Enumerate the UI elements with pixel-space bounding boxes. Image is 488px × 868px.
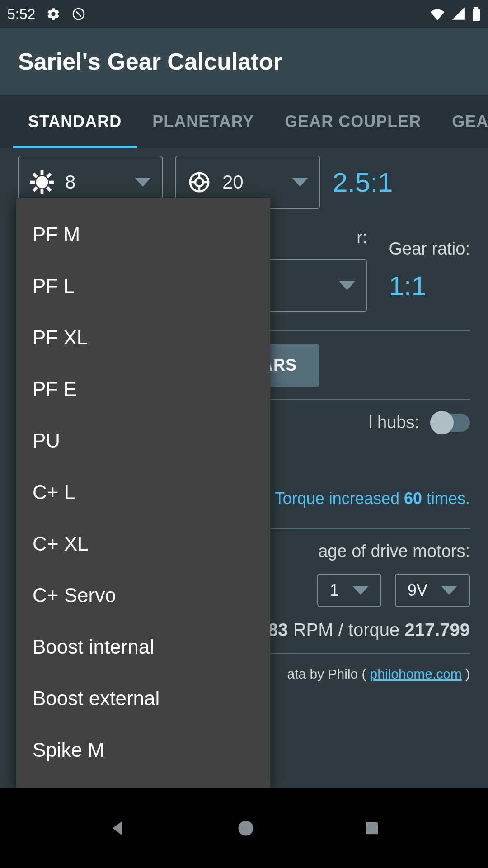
gear-ratio-2: 1:1 xyxy=(389,270,470,302)
chevron-down-icon xyxy=(352,586,369,595)
gear-icon xyxy=(46,7,61,21)
dropdown-item-pf-e[interactable]: PF E xyxy=(16,363,270,415)
tab-bar: STANDARD PLANETARY GEAR COUPLER GEARCYCL… xyxy=(0,95,488,148)
motor-count-select[interactable]: 1 xyxy=(317,574,381,607)
battery-icon xyxy=(472,7,481,21)
drive-motors-label: age of drive motors: xyxy=(318,542,470,561)
no-sync-icon xyxy=(71,7,86,21)
tab-label: GEARCYCLO xyxy=(452,112,488,131)
svg-line-10 xyxy=(47,174,51,177)
svg-line-8 xyxy=(33,174,37,177)
dropdown-item-pf-l[interactable]: PF L xyxy=(16,260,270,312)
follower-gear-value: 20 xyxy=(222,171,281,193)
torque-result-line: Torque increased 60 times. xyxy=(275,489,470,508)
tab-gearcyclo[interactable]: GEARCYCLO xyxy=(436,95,488,148)
svg-rect-1 xyxy=(473,9,480,21)
svg-rect-2 xyxy=(474,7,478,9)
motor-voltage-select[interactable]: 9V xyxy=(395,574,470,607)
gear-ratio-1: 2.5:1 xyxy=(333,167,393,198)
chevron-down-icon xyxy=(339,281,355,290)
chevron-down-icon xyxy=(292,178,308,187)
tab-label: GEAR COUPLER xyxy=(285,112,421,131)
dropdown-item-pf-xl[interactable]: PF XL xyxy=(16,312,270,363)
wifi-icon xyxy=(429,8,446,20)
tab-label: PLANETARY xyxy=(152,112,254,131)
status-time: 5:52 xyxy=(7,6,35,23)
svg-rect-19 xyxy=(366,822,378,835)
dropdown-item-pu[interactable]: PU xyxy=(16,415,270,467)
dropdown-item-spike-m[interactable]: Spike M xyxy=(16,724,270,776)
motor-type-dropdown[interactable]: PF M PF L PF XL PF E PU C+ L C+ XL C+ Se… xyxy=(16,198,270,788)
ring-gear-icon xyxy=(187,170,211,194)
svg-point-13 xyxy=(195,178,203,186)
android-nav-bar xyxy=(0,788,488,868)
spur-gear-icon xyxy=(30,170,54,194)
gear-ratio-label: Gear ratio: xyxy=(389,239,470,259)
chevron-down-icon xyxy=(135,178,151,187)
motor-voltage-value: 9V xyxy=(408,581,427,600)
svg-point-18 xyxy=(239,821,253,836)
nav-home-icon[interactable] xyxy=(236,818,256,838)
cell-signal-icon xyxy=(452,8,465,20)
svg-line-11 xyxy=(33,187,37,191)
dropdown-item-boost-internal[interactable]: Boost internal xyxy=(16,621,270,673)
hubs-toggle[interactable] xyxy=(432,414,470,432)
hubs-label: l hubs: xyxy=(369,413,419,432)
tab-gear-coupler[interactable]: GEAR COUPLER xyxy=(269,95,436,148)
motor-count-value: 1 xyxy=(330,581,339,600)
tab-standard[interactable]: STANDARD xyxy=(13,95,137,148)
driver-gear-value: 8 xyxy=(65,171,124,193)
tab-label: STANDARD xyxy=(28,112,122,131)
dropdown-item-pf-m[interactable]: PF M xyxy=(16,209,270,260)
chevron-down-icon xyxy=(441,586,457,595)
dropdown-item-cplus-xl[interactable]: C+ XL xyxy=(16,518,270,570)
credit-link[interactable]: philohome.com xyxy=(370,666,462,682)
svg-point-3 xyxy=(36,176,48,189)
dropdown-item-cplus-servo[interactable]: C+ Servo xyxy=(16,570,270,621)
app-title-bar: Sariel's Gear Calculator xyxy=(0,28,488,95)
dropdown-item-boost-external[interactable]: Boost external xyxy=(16,673,270,724)
dropdown-item-cplus-l[interactable]: C+ L xyxy=(16,467,270,518)
android-status-bar: 5:52 xyxy=(0,0,488,28)
tab-planetary[interactable]: PLANETARY xyxy=(137,95,269,148)
nav-back-icon[interactable] xyxy=(107,817,129,839)
svg-line-9 xyxy=(47,187,51,191)
app-title: Sariel's Gear Calculator xyxy=(18,48,282,75)
nav-recent-icon[interactable] xyxy=(363,819,381,837)
